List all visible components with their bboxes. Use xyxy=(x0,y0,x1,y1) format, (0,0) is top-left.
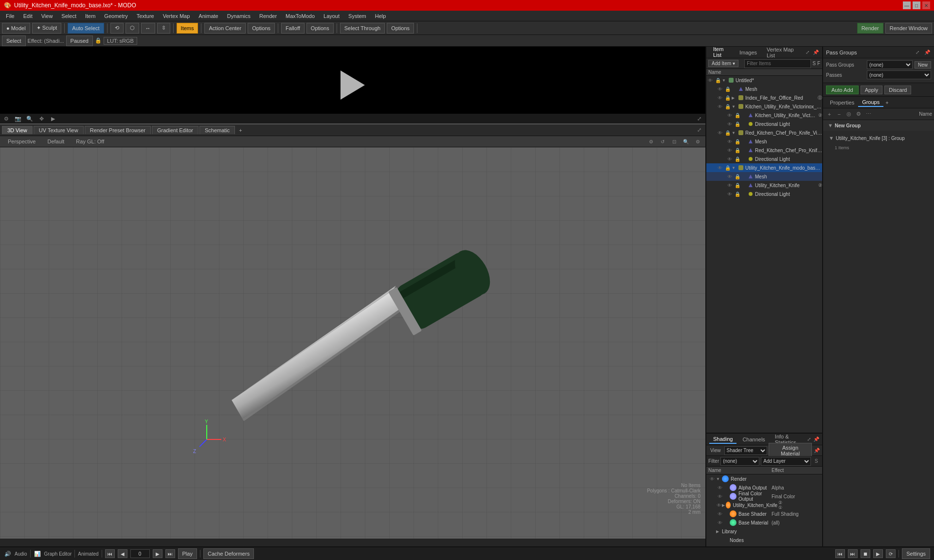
shading-expand-icon[interactable]: ⤢ xyxy=(807,436,811,443)
menu-maxtomodo[interactable]: MaxToModo xyxy=(282,12,319,20)
eye-icon-utility-main[interactable]: 👁 xyxy=(716,164,724,172)
groups-tab[interactable]: Groups xyxy=(858,98,883,107)
images-tab[interactable]: Images xyxy=(736,49,761,56)
lock-icon-uk[interactable]: 🔒 xyxy=(734,181,741,189)
status-t1[interactable]: ⏮ xyxy=(835,549,845,558)
groups-content[interactable]: ▼ Utility_Kitchen_Knife [3] : Group 1 It… xyxy=(823,131,934,548)
lock-icon-red-kitchen[interactable]: 🔒 xyxy=(724,129,732,137)
preview-settings-icon[interactable]: ⚙ xyxy=(2,114,11,123)
lock-icon-dl2[interactable]: 🔒 xyxy=(734,155,741,163)
add-item-button[interactable]: Add Item ▾ xyxy=(708,60,738,67)
shader-s-icon[interactable]: S xyxy=(812,457,820,465)
settings-group-icon[interactable]: ⚙ xyxy=(854,110,863,119)
status-t5[interactable]: ⟳ xyxy=(886,549,896,558)
tree-row-utility-mesh[interactable]: 👁 🔒 Mesh xyxy=(706,172,822,181)
add-layer-select[interactable]: Add Layer xyxy=(761,457,811,466)
auto-select-button[interactable]: Auto Select xyxy=(68,23,104,34)
eye-icon-kuv[interactable]: 👁 xyxy=(726,111,734,119)
tab-gradient-editor[interactable]: Gradient Editor xyxy=(152,126,198,134)
tree-row-utility-main[interactable]: 👁 🔒 ▼ Utility_Kitchen_Knife_modo_base_..… xyxy=(706,163,822,172)
model-mode-button[interactable]: ● Model xyxy=(2,23,30,34)
menu-view[interactable]: View xyxy=(37,12,57,20)
lock-icon-mesh1[interactable]: 🔒 xyxy=(724,85,732,93)
expand-arrow-render[interactable]: ▼ xyxy=(716,477,722,481)
add-group-icon[interactable]: + xyxy=(825,110,834,119)
play-button[interactable] xyxy=(341,70,365,100)
minimize-button[interactable]: — xyxy=(903,1,911,9)
action-center-button[interactable]: Action Center xyxy=(204,23,246,34)
menu-item[interactable]: Item xyxy=(81,12,99,20)
tab-3d-view[interactable]: 3D View xyxy=(2,126,33,134)
select-group-icon[interactable]: ◎ xyxy=(844,110,853,119)
item-list-tab[interactable]: Item List xyxy=(709,45,734,60)
shader-row-final-color[interactable]: 👁 Final Color Output Final Color xyxy=(706,492,822,501)
tree-row-index-file[interactable]: 👁 🔒 ▶ Index_File_for_Office_Red ⓪ xyxy=(706,93,822,102)
tree-row-kitchen-utility[interactable]: 👁 🔒 ▼ Kitchen_Utility_Knife_Victorinox_m… xyxy=(706,102,822,111)
lock-icon-kitchen[interactable]: 🔒 xyxy=(724,103,732,110)
tab-schematic[interactable]: Schematic xyxy=(199,126,235,134)
eye-icon-untitled[interactable]: 👁 xyxy=(706,76,714,84)
menu-help[interactable]: Help xyxy=(371,12,390,20)
tree-row-red-knife-mesh[interactable]: 👁 🔒 Red_Kitchen_Chef_Pro_Knife_Victorin.… xyxy=(706,146,822,155)
eye-icon-alpha[interactable]: 👁 xyxy=(716,484,724,491)
eye-icon-red-mesh[interactable]: 👁 xyxy=(726,138,734,145)
select-button[interactable]: Select xyxy=(2,35,26,46)
tab-uv-texture[interactable]: UV Texture View xyxy=(34,126,84,134)
auto-add-button[interactable]: Auto Add xyxy=(826,86,859,94)
expand-arrow-untitled[interactable]: ▼ xyxy=(722,78,728,83)
item-list-expand-icon[interactable]: ⤢ xyxy=(805,49,811,56)
action-options-button[interactable]: Options xyxy=(248,23,275,34)
remove-group-icon[interactable]: − xyxy=(835,110,844,119)
sculpt-mode-button[interactable]: ✦ Sculpt xyxy=(32,23,62,34)
channels-tab[interactable]: Channels xyxy=(738,436,769,443)
lock-icon-dl3[interactable]: 🔒 xyxy=(734,190,741,198)
viewport-reset-icon[interactable]: ↺ xyxy=(659,138,666,145)
tree-row-dir-light-1[interactable]: 👁 🔒 Directional Light xyxy=(706,120,822,128)
eye-icon-kitchen[interactable]: 👁 xyxy=(716,103,724,110)
select-through-button[interactable]: Select Through xyxy=(340,23,385,34)
menu-geometry[interactable]: Geometry xyxy=(100,12,131,20)
status-frame-input[interactable] xyxy=(130,549,150,558)
menu-edit[interactable]: Edit xyxy=(19,12,36,20)
eye-icon-final[interactable]: 👁 xyxy=(716,492,724,500)
status-graph-editor-label[interactable]: Graph Editor xyxy=(44,551,72,557)
viewport-gear-icon[interactable]: ⚙ xyxy=(647,138,655,145)
render-window-button[interactable]: Render Window xyxy=(885,23,932,34)
shader-row-library[interactable]: ▶ Library xyxy=(706,527,822,536)
item-tree[interactable]: 👁 🔒 ▼ Untitled* 👁 🔒 Mesh xyxy=(706,76,822,433)
vertex-map-tab[interactable]: Vertex Map List xyxy=(763,46,801,59)
tree-row-untitled[interactable]: 👁 🔒 ▼ Untitled* xyxy=(706,76,822,85)
eye-icon-ukn[interactable]: 👁 xyxy=(716,501,722,509)
expand-arrow-kitchen[interactable]: ▼ xyxy=(732,105,737,109)
preview-expand-icon[interactable]: ⤢ xyxy=(695,114,703,123)
eye-icon-dl2[interactable]: 👁 xyxy=(726,155,734,163)
status-skip-start[interactable]: ⏮ xyxy=(105,549,115,558)
menu-animate[interactable]: Animate xyxy=(195,12,222,20)
status-t2[interactable]: ⏭ xyxy=(848,549,858,558)
preview-pan-icon[interactable]: ✥ xyxy=(37,114,46,123)
select-options-button[interactable]: Options xyxy=(387,23,414,34)
menu-texture[interactable]: Texture xyxy=(133,12,158,20)
shader-tree-select[interactable]: Shader Tree xyxy=(724,446,768,455)
new-pass-button[interactable]: New xyxy=(915,61,931,69)
viewport-expand-button[interactable]: ⤢ xyxy=(695,126,703,135)
eye-icon-rkm[interactable]: 👁 xyxy=(726,146,734,154)
expand-arrow-lib[interactable]: ▶ xyxy=(716,529,722,534)
falloff-options-button[interactable]: Options xyxy=(306,23,334,34)
viewport-zoom-icon[interactable]: 🔍 xyxy=(682,138,690,145)
menu-vertexmap[interactable]: Vertex Map xyxy=(159,12,194,20)
preview-camera-icon[interactable]: 📷 xyxy=(14,114,22,123)
eye-icon-red-kitchen[interactable]: 👁 xyxy=(716,129,724,137)
status-skip-end[interactable]: ⏭ xyxy=(165,549,175,558)
pass-groups-pin-icon[interactable]: 📌 xyxy=(923,49,931,56)
preview-zoom-icon[interactable]: 🔍 xyxy=(25,114,34,123)
properties-tab[interactable]: Properties xyxy=(826,99,858,106)
close-button[interactable]: ✕ xyxy=(922,1,930,9)
apply-button[interactable]: Apply xyxy=(861,86,883,94)
maximize-button[interactable]: □ xyxy=(913,1,920,9)
eye-icon-dl1[interactable]: 👁 xyxy=(726,120,734,128)
discard-button[interactable]: Discard xyxy=(884,86,911,94)
render-button[interactable]: Render xyxy=(857,23,883,34)
eye-icon-render[interactable]: 👁 xyxy=(708,475,716,483)
eye-icon-bs[interactable]: 👁 xyxy=(716,510,724,518)
